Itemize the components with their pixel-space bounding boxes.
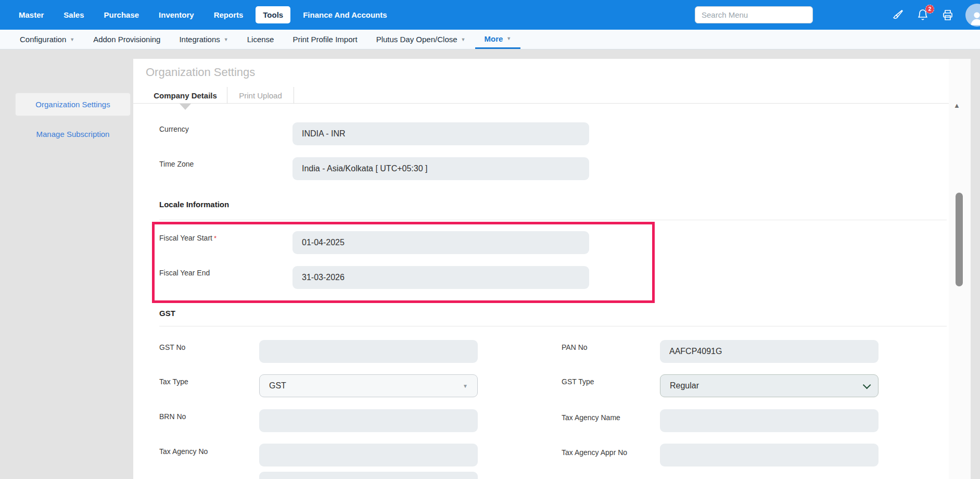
sidebar-item-manage-subscription[interactable]: Manage Subscription xyxy=(16,123,130,145)
required-asterisk: * xyxy=(214,234,217,242)
brn-no-field[interactable] xyxy=(259,409,478,432)
tax-agency-name-field[interactable] xyxy=(660,409,879,432)
menu-reports[interactable]: Reports xyxy=(207,6,251,23)
subnav-integrations-label: Integrations xyxy=(179,35,220,44)
organization-settings-panel: Organization Settings Company Details Pr… xyxy=(133,59,971,479)
top-navigation-bar: Master Sales Purchase Inventory Reports … xyxy=(0,0,980,30)
tax-agency-appr-no-field[interactable] xyxy=(660,444,879,467)
tools-sub-navigation: Configuration ▼ Addon Provisioning Integ… xyxy=(0,30,980,49)
gst-type-select[interactable]: Regular xyxy=(660,374,879,397)
subnav-plutus-day-open-close[interactable]: Plutus Day Open/Close ▼ xyxy=(367,30,475,49)
chevron-down-icon: ▼ xyxy=(506,36,511,41)
brush-icon[interactable] xyxy=(891,8,905,22)
gst-type-value: Regular xyxy=(670,381,699,390)
divider xyxy=(159,220,947,220)
locale-information-heading: Locale Information xyxy=(159,200,229,209)
tax-agency-appr-no-label: Tax Agency Appr No xyxy=(562,448,627,457)
subnav-more[interactable]: More ▼ xyxy=(475,30,521,49)
pan-no-label: PAN No xyxy=(562,343,588,351)
fiscal-year-end-field[interactable] xyxy=(292,266,589,289)
time-zone-label: Time Zone xyxy=(159,160,194,168)
main-menu: Master Sales Purchase Inventory Reports … xyxy=(11,0,394,30)
chevron-down-icon xyxy=(863,381,871,389)
tax-agency-no-label: Tax Agency No xyxy=(159,447,208,456)
subnav-more-label: More xyxy=(485,34,503,43)
divider xyxy=(159,326,947,326)
subnav-integrations[interactable]: Integrations ▼ xyxy=(170,30,237,49)
subnav-configuration[interactable]: Configuration ▼ xyxy=(10,30,84,49)
tab-strip: Company Details Print Upload xyxy=(133,59,971,104)
gst-type-label: GST Type xyxy=(562,377,594,386)
time-zone-field[interactable] xyxy=(292,157,589,180)
chevron-down-icon: ▼ xyxy=(463,383,468,389)
fiscal-year-start-label-text: Fiscal Year Start xyxy=(159,234,212,242)
bell-icon[interactable]: 2 xyxy=(916,8,930,22)
subnav-plutus-day-open-close-label: Plutus Day Open/Close xyxy=(376,35,457,44)
active-tab-pointer xyxy=(180,104,191,110)
search-input[interactable] xyxy=(695,6,813,23)
currency-field[interactable] xyxy=(292,122,589,145)
subnav-configuration-label: Configuration xyxy=(20,35,66,44)
tax-type-dropdown[interactable]: GST ▼ xyxy=(259,374,478,397)
tax-type-value: GST xyxy=(269,381,286,390)
menu-finance-and-accounts[interactable]: Finance And Accounts xyxy=(296,6,394,23)
scrollbar-thumb[interactable] xyxy=(956,193,963,286)
menu-tools[interactable]: Tools xyxy=(256,6,290,23)
fiscal-year-start-field[interactable] xyxy=(292,231,589,254)
subnav-addon-provisioning[interactable]: Addon Provisioning xyxy=(84,30,170,49)
menu-master[interactable]: Master xyxy=(11,6,51,23)
partial-next-field[interactable] xyxy=(259,472,478,479)
printer-icon[interactable] xyxy=(941,8,954,22)
pan-no-field[interactable] xyxy=(660,340,879,363)
chevron-down-icon: ▼ xyxy=(461,37,466,42)
menu-purchase[interactable]: Purchase xyxy=(97,6,147,23)
fiscal-year-start-label: Fiscal Year Start* xyxy=(159,234,217,242)
gst-no-field[interactable] xyxy=(259,340,478,363)
notification-badge: 2 xyxy=(925,5,934,14)
scroll-up-arrow[interactable]: ▲ xyxy=(953,102,960,109)
gst-no-label: GST No xyxy=(159,343,185,351)
subnav-license[interactable]: License xyxy=(238,30,284,49)
subnav-print-profile-import[interactable]: Print Profile Import xyxy=(283,30,366,49)
tax-type-label: Tax Type xyxy=(159,377,188,386)
chevron-down-icon: ▼ xyxy=(224,37,228,42)
tax-agency-name-label: Tax Agency Name xyxy=(562,413,620,422)
subnav-license-label: License xyxy=(247,35,274,44)
subnav-print-profile-import-label: Print Profile Import xyxy=(292,35,357,44)
menu-inventory[interactable]: Inventory xyxy=(151,6,201,23)
tax-agency-no-field[interactable] xyxy=(259,444,478,467)
tab-print-upload[interactable]: Print Upload xyxy=(227,87,294,104)
subnav-addon-provisioning-label: Addon Provisioning xyxy=(93,35,160,44)
chevron-down-icon: ▼ xyxy=(70,37,74,42)
currency-label: Currency xyxy=(159,125,189,133)
fiscal-year-end-label: Fiscal Year End xyxy=(159,269,210,277)
user-avatar[interactable] xyxy=(965,4,980,27)
gst-heading: GST xyxy=(159,309,175,318)
brn-no-label: BRN No xyxy=(159,412,186,421)
settings-sidebar: Organization Settings Manage Subscriptio… xyxy=(16,93,130,153)
sidebar-item-organization-settings[interactable]: Organization Settings xyxy=(16,93,130,116)
tab-company-details[interactable]: Company Details xyxy=(144,87,227,104)
menu-sales[interactable]: Sales xyxy=(56,6,91,23)
